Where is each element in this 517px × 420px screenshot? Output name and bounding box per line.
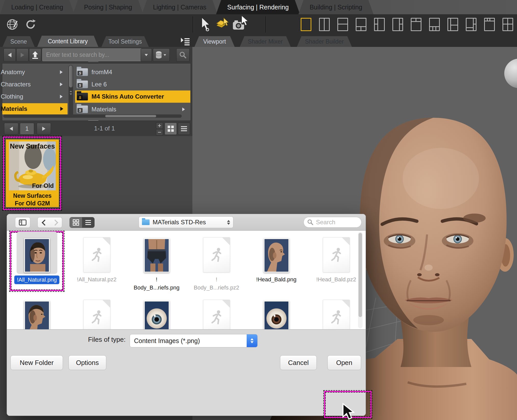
file-item-all-natural-png[interactable]: !All_Natural.png	[7, 231, 67, 293]
nav-back-button[interactable]	[4, 48, 16, 62]
tab-shader-mixer[interactable]: Shader Mixer	[240, 36, 291, 47]
tab-loading-creating[interactable]: Loading | Creating	[0, 0, 74, 14]
category-clothing[interactable]: Clothing	[3, 91, 67, 102]
folder-lee-6[interactable]: S Lee 6	[77, 79, 189, 90]
layout-icon-top-strip[interactable]	[484, 18, 495, 31]
tree-vertical-scrollbar[interactable]	[69, 65, 73, 117]
scroll-down-arrow-icon[interactable]	[70, 94, 72, 96]
file-thumbnail	[323, 234, 350, 272]
folder-icon: S	[77, 106, 88, 113]
globe-edit-icon[interactable]	[6, 18, 19, 31]
tab-surfacing-rendering[interactable]: Surfacing | Rendering	[216, 0, 300, 14]
refresh-icon[interactable]	[25, 19, 36, 30]
tab-building-scripting[interactable]: Building | Scripting	[298, 0, 374, 14]
dialog-search-input[interactable]	[315, 218, 355, 226]
layout-icon-quad[interactable]	[502, 18, 513, 31]
search-go-button[interactable]	[176, 48, 190, 62]
chevron-right-icon	[60, 70, 62, 74]
tab-content-library[interactable]: Content Library	[37, 36, 98, 47]
scrollbar-thumb[interactable]	[69, 65, 73, 87]
scrollbar-thumb[interactable]	[105, 115, 156, 117]
file-type-value: Content Images (*.png)	[130, 337, 200, 345]
layout-icon-left-column[interactable]	[374, 18, 385, 31]
file-item-eyes-brown-pz2[interactable]: Eyes_Brown.pz2	[306, 293, 366, 329]
page-number-box[interactable]: 1	[20, 123, 34, 135]
scrollbar-thumb[interactable]	[359, 233, 362, 317]
category-materials-selected[interactable]: Materials	[2, 103, 68, 114]
cancel-button[interactable]: Cancel	[280, 355, 317, 370]
file-item-head-hair-pz2[interactable]: !Head_Hair.pz2	[67, 293, 127, 329]
dialog-back-button[interactable]	[37, 217, 50, 228]
layout-icon-bottom-strip[interactable]	[356, 18, 366, 31]
node-selection-tool-icon[interactable]	[200, 17, 211, 32]
tab-viewport[interactable]: Viewport	[194, 36, 235, 47]
layout-icon-single[interactable]	[301, 18, 311, 31]
search-icon	[307, 219, 313, 225]
thumbnail-view-button[interactable]	[165, 123, 177, 135]
chevron-right-icon	[60, 95, 62, 98]
zoom-in-button[interactable]	[156, 122, 163, 129]
search-history-dropdown-button[interactable]	[141, 48, 152, 62]
file-item-head-bald-png[interactable]: !Head_Bald.png	[246, 231, 306, 293]
head-bald-thumbnail	[264, 238, 289, 272]
folder-materials[interactable]: S Materials	[77, 104, 189, 115]
layout-icon-two-columns[interactable]	[319, 18, 330, 31]
library-search-row	[0, 47, 192, 63]
new-folder-button[interactable]: New Folder	[10, 355, 63, 370]
layout-icon-right-col-split[interactable]	[466, 18, 476, 31]
file-type-dropdown[interactable]: Content Images (*.png)	[130, 334, 258, 347]
layout-icon-bottom-cells[interactable]	[429, 18, 440, 31]
page-next-button[interactable]	[37, 123, 51, 135]
folder-m4-skins-auto-converter-selected[interactable]: S M4 Skins Auto Converter	[75, 90, 190, 103]
tab-tool-settings[interactable]: Tool Settings	[101, 36, 149, 47]
file-item-eyes-blue-png[interactable]: Eyes_Blue.png	[127, 293, 187, 329]
zoom-out-button[interactable]	[156, 129, 163, 136]
dialog-search-field[interactable]	[303, 217, 362, 228]
file-thumbnail	[144, 234, 169, 272]
file-item-eyes-blue-pz2[interactable]: Eyes_Blue.pz2	[187, 293, 246, 329]
sidebar-toggle-button[interactable]	[15, 217, 30, 228]
nav-forward-button[interactable]	[16, 48, 29, 62]
tree-horizontal-scrollbar[interactable]	[3, 114, 182, 118]
folder-fromM4[interactable]: S fromM4	[77, 67, 189, 78]
pose-file-icon	[323, 300, 350, 329]
database-filter-button[interactable]	[153, 48, 170, 62]
list-view-button[interactable]	[178, 123, 190, 135]
tab-posing-shaping[interactable]: Posing | Shaping	[73, 0, 143, 14]
category-anatomy[interactable]: Anatomy	[3, 67, 67, 78]
library-item-new-surfaces-for-old-g2m[interactable]: New Surfaces For Old New Surfaces For Ol…	[6, 139, 59, 207]
page-prev-button[interactable]	[4, 123, 18, 135]
surface-selection-tool-icon[interactable]	[215, 16, 230, 32]
open-button[interactable]: Open	[327, 355, 361, 370]
layout-icon-top-cells[interactable]	[411, 18, 421, 31]
location-dropdown[interactable]: MATerials STD-Res	[139, 216, 233, 228]
file-item-all-natural-pz2[interactable]: !All_Natural.pz2	[67, 231, 127, 293]
render-camera-icon[interactable]	[232, 19, 246, 31]
pane-menu-icon[interactable]	[180, 37, 191, 46]
options-button[interactable]: Options	[69, 355, 106, 370]
nav-up-button[interactable]	[29, 48, 41, 62]
file-item-eyes-brown-png[interactable]: Eyes_Brown.png	[246, 293, 306, 329]
file-grid-scrollbar[interactable]	[358, 232, 363, 328]
category-characters[interactable]: Characters	[3, 79, 67, 90]
thumbnail-overlay-title: New Surfaces	[9, 142, 56, 150]
icon-view-segment[interactable]	[70, 217, 82, 228]
layout-icon-right-column[interactable]	[392, 18, 403, 31]
layout-icon-two-rows[interactable]	[337, 18, 348, 31]
tab-shader-builder[interactable]: Shader Builder	[297, 36, 352, 47]
file-thumbnail	[203, 234, 230, 272]
layout-icon-left-col-bottom[interactable]	[447, 18, 458, 31]
file-item-head-bald-pz2[interactable]: !Head_Bald.pz2	[306, 231, 366, 293]
dropdown-stepper-icon	[227, 220, 230, 225]
scroll-up-arrow-icon[interactable]	[70, 89, 72, 92]
tab-lighting-cameras[interactable]: Lighting | Cameras	[142, 0, 217, 14]
tab-scene[interactable]: Scene	[3, 36, 35, 47]
library-search-input[interactable]	[42, 48, 145, 61]
chevron-right-icon	[60, 107, 63, 111]
file-item-body-briefs-pz2[interactable]: !Body_B...riefs.pz2	[187, 231, 246, 293]
chevron-down-icon	[145, 54, 148, 56]
file-item-head-hair-png[interactable]: !Head_Hair.png	[7, 293, 67, 329]
list-view-segment[interactable]	[82, 217, 94, 228]
dialog-forward-button[interactable]	[50, 217, 62, 228]
file-item-body-briefs-png[interactable]: !Body_B...riefs.png	[127, 231, 187, 293]
